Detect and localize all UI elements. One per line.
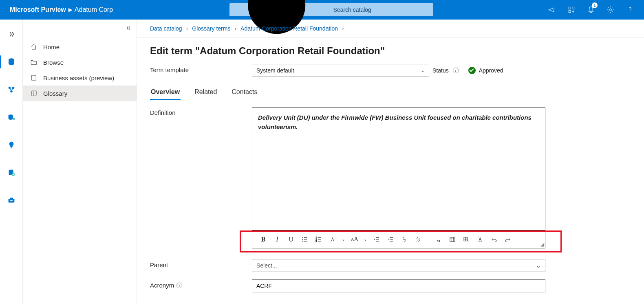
diagnostics-icon[interactable] — [562, 0, 580, 20]
undo-button[interactable] — [489, 234, 499, 245]
svg-rect-20 — [32, 75, 36, 80]
tab-related[interactable]: Related — [194, 84, 218, 100]
svg-point-5 — [610, 9, 612, 11]
search-input[interactable] — [333, 6, 429, 13]
svg-point-13 — [12, 118, 15, 120]
definition-label: Definition — [150, 108, 252, 248]
nav-item-label: Glossary — [43, 90, 67, 97]
acronym-label-text: Acronym — [150, 282, 174, 289]
svg-rect-14 — [11, 147, 12, 148]
bullet-list-button[interactable] — [300, 234, 310, 245]
rail-management-icon[interactable] — [0, 192, 23, 208]
nav-item-business-assets[interactable]: Business assets (preview) — [23, 70, 137, 86]
chevron-down-icon[interactable]: ⌄ — [362, 234, 368, 245]
nav-item-label: Browse — [43, 59, 64, 66]
building-icon — [30, 74, 37, 81]
svg-rect-3 — [572, 7, 574, 9]
notifications-icon[interactable]: 1 — [582, 0, 600, 20]
chevron-down-icon: ⌄ — [536, 262, 541, 269]
product-name: Microsoft Purview — [10, 6, 66, 13]
chevron-down-icon[interactable]: ⌄ — [340, 234, 346, 245]
indent-button[interactable] — [385, 234, 396, 245]
definition-editor[interactable]: Delivery Unit (DU) under the Firmwide (F… — [252, 108, 545, 248]
nav-item-label: Business assets (preview) — [43, 75, 114, 81]
select-placeholder: Select... — [256, 262, 277, 269]
svg-text:3: 3 — [316, 240, 317, 242]
acronym-input[interactable] — [252, 279, 545, 292]
link-button[interactable] — [399, 234, 410, 245]
breadcrumb-link[interactable]: Glossary terms — [192, 25, 230, 32]
app-header: Microsoft Purview ▶ Adatum Corp 1 — [0, 0, 644, 20]
definition-textarea[interactable]: Delivery Unit (DU) under the Firmwide (F… — [252, 108, 545, 230]
status-label: Status — [432, 67, 449, 74]
status-value: Approved — [479, 67, 503, 74]
chevron-right-icon: › — [234, 25, 236, 32]
rail-policy-icon[interactable] — [0, 165, 23, 181]
brand[interactable]: Microsoft Purview ▶ Adatum Corp — [3, 6, 119, 13]
chevron-down-icon: ⌄ — [421, 68, 425, 73]
svg-point-9 — [10, 90, 13, 93]
breadcrumb: Data catalog › Glossary terms › Adatum C… — [137, 20, 644, 38]
tenant-name: Adatum Corp — [75, 6, 113, 13]
rail-data-map-icon[interactable] — [0, 81, 23, 98]
book-icon — [30, 90, 37, 97]
rail-expand-icon[interactable] — [0, 26, 23, 42]
nav-item-label: Home — [43, 44, 60, 50]
underline-button[interactable]: U — [286, 234, 296, 245]
svg-line-11 — [11, 88, 12, 90]
parent-label: Parent — [150, 259, 252, 268]
svg-rect-19 — [10, 200, 13, 201]
dropdown-value: System default — [256, 67, 294, 74]
numbered-list-button[interactable]: 123 — [313, 234, 324, 245]
chevron-right-icon: › — [186, 25, 188, 32]
folder-icon — [30, 59, 37, 66]
breadcrumb-link[interactable]: Adatum Corporation Retail Foundation — [240, 25, 338, 32]
quote-button[interactable]: „ — [433, 234, 444, 245]
search-box[interactable] — [229, 3, 433, 16]
font-color-button[interactable] — [327, 234, 338, 245]
checkmark-icon — [468, 67, 476, 74]
rail-data-share-icon[interactable] — [0, 109, 23, 125]
page-title: Edit term "Adatum Corporation Retail Fou… — [137, 38, 644, 59]
settings-icon[interactable] — [602, 0, 620, 20]
feedback-icon[interactable] — [543, 0, 561, 20]
chevron-right-icon: ▶ — [68, 7, 72, 13]
tabs: Overview Related Contacts — [150, 84, 618, 100]
table-button[interactable] — [447, 234, 458, 245]
tab-contacts[interactable]: Contacts — [231, 84, 258, 100]
left-rail — [0, 20, 23, 305]
acronym-label: Acronym i — [150, 279, 252, 289]
home-icon — [30, 43, 37, 50]
font-size-button[interactable]: AA — [349, 234, 360, 245]
svg-rect-44 — [450, 237, 455, 241]
redo-button[interactable] — [503, 234, 513, 245]
svg-point-27 — [302, 239, 303, 240]
nav-item-home[interactable]: Home — [23, 39, 137, 55]
svg-point-29 — [302, 241, 303, 241]
nav-panel: Home Browse Business assets (preview) Gl… — [23, 20, 137, 305]
parent-select[interactable]: Select... ⌄ — [252, 259, 545, 272]
nav-collapse-icon[interactable] — [125, 24, 132, 33]
nav-item-glossary[interactable]: Glossary — [23, 86, 137, 101]
main-content: Data catalog › Glossary terms › Adatum C… — [137, 20, 644, 305]
help-icon[interactable] — [621, 0, 639, 20]
unlink-button[interactable] — [413, 234, 423, 245]
clear-format-button[interactable] — [475, 234, 485, 245]
editor-toolbar: B I U 123 ⌄ AA ⌄ — [252, 230, 545, 248]
rail-data-catalog-icon[interactable] — [0, 54, 23, 70]
table-edit-button[interactable] — [461, 234, 472, 245]
chevron-right-icon: › — [342, 25, 344, 32]
nav-item-browse[interactable]: Browse — [23, 55, 137, 70]
notification-badge: 1 — [592, 2, 598, 8]
info-icon[interactable]: i — [176, 283, 182, 288]
breadcrumb-link[interactable]: Data catalog — [150, 25, 182, 32]
italic-button[interactable]: I — [272, 234, 282, 245]
term-template-dropdown[interactable]: System default ⌄ — [252, 64, 429, 77]
tab-overview[interactable]: Overview — [150, 84, 181, 100]
outdent-button[interactable] — [371, 234, 382, 245]
rail-insights-icon[interactable] — [0, 137, 23, 153]
svg-rect-4 — [569, 11, 571, 13]
info-icon[interactable]: i — [453, 68, 459, 73]
svg-rect-2 — [569, 7, 571, 9]
bold-button[interactable]: B — [258, 234, 269, 245]
